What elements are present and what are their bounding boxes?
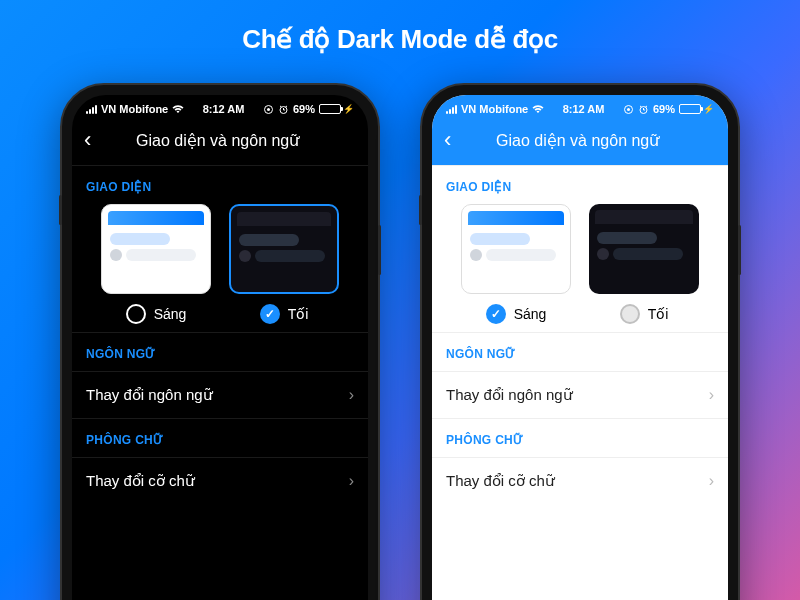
location-icon <box>263 104 274 115</box>
signal-icon <box>446 105 457 114</box>
carrier-label: VN Mobifone <box>461 103 528 115</box>
section-font: PHÔNG CHỮ <box>432 418 728 457</box>
theme-dark-label: Tối <box>288 306 309 322</box>
theme-preview-dark <box>589 204 699 294</box>
theme-selector: ✓ Sáng Tối <box>432 204 728 332</box>
section-language: NGÔN NGỮ <box>432 332 728 371</box>
status-right: 69% ⚡ <box>623 103 714 115</box>
phone-frame-dark: VN Mobifone 8:12 AM 69% <box>60 83 380 600</box>
alarm-icon <box>278 104 289 115</box>
battery-pct: 69% <box>653 103 675 115</box>
theme-option-dark[interactable]: ✓ Tối <box>229 204 339 324</box>
radio-dark[interactable] <box>620 304 640 324</box>
phone-mockup-row: VN Mobifone 8:12 AM 69% <box>0 83 800 600</box>
theme-light-label: Sáng <box>514 306 547 322</box>
wifi-icon <box>532 104 544 114</box>
status-right: 69% ⚡ <box>263 103 354 115</box>
svg-point-1 <box>267 108 270 111</box>
charging-icon: ⚡ <box>343 104 354 114</box>
chevron-right-icon: › <box>709 472 714 490</box>
battery-icon: ⚡ <box>679 104 714 114</box>
section-appearance: GIAO DIỆN <box>72 165 368 204</box>
check-icon: ✓ <box>265 307 275 321</box>
nav-title: Giao diện và ngôn ngữ <box>79 131 356 150</box>
menu-change-language[interactable]: Thay đổi ngôn ngữ › <box>432 371 728 418</box>
wifi-icon <box>172 104 184 114</box>
menu-label: Thay đổi ngôn ngữ <box>446 386 573 404</box>
chevron-right-icon: › <box>709 386 714 404</box>
theme-option-dark[interactable]: Tối <box>589 204 699 324</box>
radio-light-checked[interactable]: ✓ <box>486 304 506 324</box>
location-icon <box>623 104 634 115</box>
theme-option-light[interactable]: ✓ Sáng <box>461 204 571 324</box>
section-language: NGÔN NGỮ <box>72 332 368 371</box>
menu-label: Thay đổi cỡ chữ <box>86 472 195 490</box>
status-bar: VN Mobifone 8:12 AM 69% <box>432 95 728 119</box>
phone-frame-light: VN Mobifone 8:12 AM 69% <box>420 83 740 600</box>
theme-light-label: Sáng <box>154 306 187 322</box>
section-font: PHÔNG CHỮ <box>72 418 368 457</box>
carrier-label: VN Mobifone <box>101 103 168 115</box>
theme-option-light[interactable]: Sáng <box>101 204 211 324</box>
nav-header: ‹ Giao diện và ngôn ngữ <box>72 119 368 165</box>
check-icon: ✓ <box>491 307 501 321</box>
status-left: VN Mobifone <box>446 103 544 115</box>
nav-header: ‹ Giao diện và ngôn ngữ <box>432 119 728 165</box>
theme-selector: Sáng ✓ Tối <box>72 204 368 332</box>
alarm-icon <box>638 104 649 115</box>
menu-label: Thay đổi cỡ chữ <box>446 472 555 490</box>
nav-title: Giao diện và ngôn ngữ <box>439 131 716 150</box>
status-bar: VN Mobifone 8:12 AM 69% <box>72 95 368 119</box>
theme-preview-dark <box>229 204 339 294</box>
menu-change-font-size[interactable]: Thay đổi cỡ chữ › <box>72 457 368 504</box>
radio-light[interactable] <box>126 304 146 324</box>
status-left: VN Mobifone <box>86 103 184 115</box>
menu-change-font-size[interactable]: Thay đổi cỡ chữ › <box>432 457 728 504</box>
theme-preview-light <box>101 204 211 294</box>
chevron-right-icon: › <box>349 472 354 490</box>
clock: 8:12 AM <box>563 103 605 115</box>
menu-label: Thay đổi ngôn ngữ <box>86 386 213 404</box>
screen-light: VN Mobifone 8:12 AM 69% <box>432 95 728 600</box>
battery-pct: 69% <box>293 103 315 115</box>
page-headline: Chế độ Dark Mode dễ đọc <box>0 0 800 55</box>
theme-preview-light <box>461 204 571 294</box>
svg-point-4 <box>627 108 630 111</box>
signal-icon <box>86 105 97 114</box>
section-appearance: GIAO DIỆN <box>432 165 728 204</box>
charging-icon: ⚡ <box>703 104 714 114</box>
battery-icon: ⚡ <box>319 104 354 114</box>
menu-change-language[interactable]: Thay đổi ngôn ngữ › <box>72 371 368 418</box>
radio-dark-checked[interactable]: ✓ <box>260 304 280 324</box>
clock: 8:12 AM <box>203 103 245 115</box>
chevron-right-icon: › <box>349 386 354 404</box>
screen-dark: VN Mobifone 8:12 AM 69% <box>72 95 368 600</box>
theme-dark-label: Tối <box>648 306 669 322</box>
